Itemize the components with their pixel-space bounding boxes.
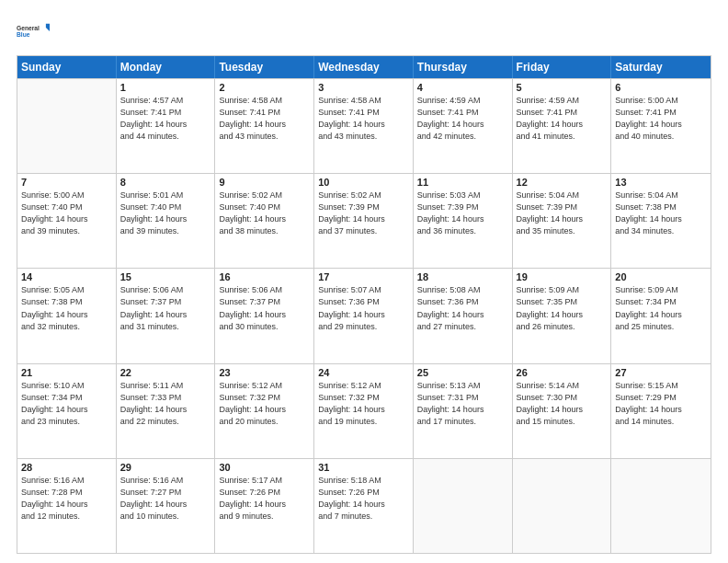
header-day-tuesday: Tuesday [215, 56, 314, 78]
calendar-cell: 11Sunrise: 5:03 AMSunset: 7:39 PMDayligh… [414, 174, 513, 268]
cell-info-line: and 42 minutes. [417, 131, 508, 143]
svg-marker-2 [46, 24, 50, 31]
calendar-cell: 21Sunrise: 5:10 AMSunset: 7:34 PMDayligh… [17, 364, 117, 458]
cell-info-line: Sunrise: 5:06 AM [120, 284, 211, 296]
cell-info-line: Sunrise: 5:05 AM [21, 284, 112, 296]
calendar-cell: 9Sunrise: 5:02 AMSunset: 7:40 PMDaylight… [215, 174, 314, 268]
day-number: 16 [219, 271, 310, 282]
calendar-cell: 5Sunrise: 4:59 AMSunset: 7:41 PMDaylight… [513, 79, 612, 173]
cell-info-line: Daylight: 14 hours [318, 499, 409, 511]
cell-info-line: Sunrise: 4:57 AM [120, 95, 211, 107]
cell-info-line: and 10 minutes. [120, 511, 211, 523]
cell-info-line: Daylight: 14 hours [615, 213, 707, 225]
header-day-monday: Monday [117, 56, 216, 78]
calendar-cell: 28Sunrise: 5:16 AMSunset: 7:28 PMDayligh… [17, 459, 117, 553]
cell-info-line: Daylight: 14 hours [120, 309, 211, 321]
cell-info-line: Daylight: 14 hours [517, 404, 608, 416]
day-number: 10 [318, 177, 409, 188]
cell-info-line: Daylight: 14 hours [615, 404, 707, 416]
cell-info-line: and 41 minutes. [517, 131, 608, 143]
cell-info-line: and 44 minutes. [120, 131, 211, 143]
cell-info-line: Sunrise: 5:00 AM [21, 190, 112, 201]
calendar-cell: 15Sunrise: 5:06 AMSunset: 7:37 PMDayligh… [117, 269, 216, 362]
day-number: 5 [517, 82, 608, 93]
cell-info-line: and 7 minutes. [318, 511, 409, 523]
day-number: 18 [417, 271, 508, 282]
cell-info-line: and 23 minutes. [21, 416, 112, 428]
cell-info-line: Sunrise: 4:58 AM [318, 95, 409, 107]
cell-info-line: and 43 minutes. [318, 131, 409, 143]
calendar-cell: 27Sunrise: 5:15 AMSunset: 7:29 PMDayligh… [611, 364, 711, 458]
day-number: 6 [615, 82, 707, 93]
header-day-wednesday: Wednesday [314, 56, 414, 78]
day-number: 27 [615, 367, 707, 378]
cell-info-line: Sunset: 7:39 PM [417, 201, 508, 213]
cell-info-line: Sunrise: 5:01 AM [120, 190, 211, 201]
cell-info-line: Daylight: 14 hours [21, 404, 112, 416]
calendar-week-1: 1Sunrise: 4:57 AMSunset: 7:41 PMDaylight… [17, 78, 711, 173]
cell-info-line: Sunrise: 5:16 AM [21, 475, 112, 487]
cell-info-line: Daylight: 14 hours [120, 499, 211, 511]
calendar-cell: 10Sunrise: 5:02 AMSunset: 7:39 PMDayligh… [314, 174, 414, 268]
calendar-cell [611, 459, 711, 553]
day-number: 20 [615, 271, 707, 282]
calendar-cell: 30Sunrise: 5:17 AMSunset: 7:26 PMDayligh… [215, 459, 314, 553]
cell-info-line: Sunset: 7:38 PM [21, 296, 112, 308]
day-number: 3 [318, 82, 409, 93]
cell-info-line: Sunrise: 5:04 AM [517, 190, 608, 201]
cell-info-line: Sunrise: 5:02 AM [318, 190, 409, 201]
day-number: 31 [318, 462, 409, 473]
cell-info-line: Sunset: 7:37 PM [219, 296, 310, 308]
cell-info-line: Sunset: 7:27 PM [120, 487, 211, 499]
cell-info-line: Daylight: 14 hours [219, 119, 310, 131]
header-day-sunday: Sunday [17, 56, 117, 78]
header-day-friday: Friday [513, 56, 612, 78]
calendar-cell: 18Sunrise: 5:08 AMSunset: 7:36 PMDayligh… [414, 269, 513, 362]
calendar-cell [414, 459, 513, 553]
cell-info-line: Sunset: 7:31 PM [417, 392, 508, 404]
cell-info-line: Sunset: 7:30 PM [517, 392, 608, 404]
cell-info-line: Sunset: 7:34 PM [21, 392, 112, 404]
cell-info-line: Sunset: 7:35 PM [517, 296, 608, 308]
calendar-cell: 26Sunrise: 5:14 AMSunset: 7:30 PMDayligh… [513, 364, 612, 458]
cell-info-line: Sunset: 7:32 PM [318, 392, 409, 404]
cell-info-line: Daylight: 14 hours [219, 499, 310, 511]
cell-info-line: and 19 minutes. [318, 416, 409, 428]
cell-info-line: and 39 minutes. [120, 225, 211, 237]
calendar-week-2: 7Sunrise: 5:00 AMSunset: 7:40 PMDaylight… [17, 173, 711, 268]
calendar-cell: 8Sunrise: 5:01 AMSunset: 7:40 PMDaylight… [117, 174, 216, 268]
calendar-header: SundayMondayTuesdayWednesdayThursdayFrid… [17, 56, 711, 78]
cell-info-line: Sunrise: 4:59 AM [417, 95, 508, 107]
cell-info-line: and 43 minutes. [219, 131, 310, 143]
cell-info-line: and 9 minutes. [219, 511, 310, 523]
cell-info-line: and 22 minutes. [120, 416, 211, 428]
cell-info-line: Daylight: 14 hours [21, 499, 112, 511]
cell-info-line: and 30 minutes. [219, 321, 310, 333]
cell-info-line: and 35 minutes. [517, 225, 608, 237]
cell-info-line: Daylight: 14 hours [417, 119, 508, 131]
cell-info-line: and 12 minutes. [21, 511, 112, 523]
cell-info-line: Daylight: 14 hours [417, 309, 508, 321]
day-number: 9 [219, 177, 310, 188]
cell-info-line: and 39 minutes. [21, 225, 112, 237]
calendar-cell: 22Sunrise: 5:11 AMSunset: 7:33 PMDayligh… [117, 364, 216, 458]
cell-info-line: Sunset: 7:28 PM [21, 487, 112, 499]
cell-info-line: Sunset: 7:41 PM [318, 107, 409, 119]
cell-info-line: and 34 minutes. [615, 225, 707, 237]
cell-info-line: Sunset: 7:26 PM [219, 487, 310, 499]
cell-info-line: Daylight: 14 hours [21, 213, 112, 225]
cell-info-line: Daylight: 14 hours [417, 213, 508, 225]
calendar: SundayMondayTuesdayWednesdayThursdayFrid… [17, 55, 711, 554]
cell-info-line: Daylight: 14 hours [615, 309, 707, 321]
calendar-cell: 14Sunrise: 5:05 AMSunset: 7:38 PMDayligh… [17, 269, 117, 362]
cell-info-line: Sunset: 7:40 PM [21, 201, 112, 213]
cell-info-line: Daylight: 14 hours [517, 213, 608, 225]
cell-info-line: Sunrise: 4:59 AM [517, 95, 608, 107]
cell-info-line: Sunset: 7:26 PM [318, 487, 409, 499]
day-number: 12 [517, 177, 608, 188]
cell-info-line: Daylight: 14 hours [417, 404, 508, 416]
calendar-cell: 23Sunrise: 5:12 AMSunset: 7:32 PMDayligh… [215, 364, 314, 458]
cell-info-line: Sunrise: 5:11 AM [120, 380, 211, 392]
cell-info-line: Sunrise: 5:12 AM [219, 380, 310, 392]
cell-info-line: Daylight: 14 hours [219, 309, 310, 321]
